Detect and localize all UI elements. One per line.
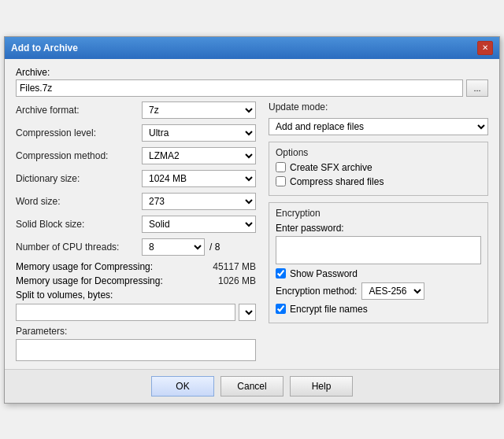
show-password-row: Show Password (276, 268, 481, 279)
main-window: Add to Archive ✕ Archive: ... Archive fo… (4, 36, 500, 404)
cpu-threads-row: Number of CPU threads: 8 / 8 (16, 238, 256, 256)
two-column-layout: Archive format: 7z Compression level: Ul… (16, 101, 488, 361)
solid-block-label: Solid Block size: (16, 219, 142, 230)
word-size-label: Word size: (16, 196, 142, 207)
browse-button[interactable]: ... (466, 79, 488, 97)
memory-decompress-label: Memory usage for Decompressing: (16, 275, 163, 286)
compression-method-label: Compression method: (16, 150, 142, 161)
memory-compress-row: Memory usage for Compressing: 45117 MB (16, 261, 256, 272)
ok-button[interactable]: OK (151, 376, 214, 397)
options-group: Options Create SFX archive Compress shar… (269, 142, 488, 196)
create-sfx-label: Create SFX archive (290, 162, 372, 173)
cpu-threads-label: Number of CPU threads: (16, 242, 142, 253)
left-column: Archive format: 7z Compression level: Ul… (16, 101, 256, 361)
compress-shared-row: Compress shared files (276, 176, 481, 187)
memory-decompress-value: 1026 MB (218, 275, 256, 286)
encryption-title: Encryption (276, 208, 481, 219)
title-bar-controls: ✕ (477, 41, 493, 55)
cpu-threads-suffix: / 8 (209, 242, 220, 253)
compression-level-select[interactable]: Ultra (142, 124, 256, 142)
compression-level-label: Compression level: (16, 127, 142, 138)
encrypt-names-row: Encrypt file names (276, 304, 481, 315)
update-mode-select[interactable]: Add and replace files (269, 118, 488, 135)
solid-block-row: Solid Block size: Solid (16, 216, 256, 233)
archive-label-row: Archive: (16, 67, 488, 78)
show-password-label: Show Password (290, 268, 358, 279)
right-column: Update mode: Add and replace files Optio… (269, 101, 488, 361)
split-select[interactable] (239, 304, 256, 321)
cpu-row: 8 / 8 (142, 238, 220, 256)
params-label: Parameters: (16, 326, 256, 337)
help-button[interactable]: Help (290, 376, 353, 397)
memory-decompress-row: Memory usage for Decompressing: 1026 MB (16, 275, 256, 286)
encrypt-names-label: Encrypt file names (290, 304, 368, 315)
encrypt-names-checkbox[interactable] (276, 304, 286, 314)
memory-compress-value: 45117 MB (213, 261, 256, 272)
archive-input[interactable] (16, 79, 463, 97)
format-select[interactable]: 7z (142, 101, 256, 119)
compress-shared-label: Compress shared files (290, 176, 384, 187)
create-sfx-checkbox[interactable] (276, 162, 286, 172)
enc-method-row: Encryption method: AES-256 (276, 282, 481, 300)
dictionary-size-select[interactable]: 1024 MB (142, 170, 256, 187)
compression-level-row: Compression level: Ultra (16, 124, 256, 142)
window-title: Add to Archive (11, 42, 78, 53)
params-input[interactable] (16, 339, 256, 361)
create-sfx-row: Create SFX archive (276, 162, 481, 173)
bottom-bar: OK Cancel Help (5, 369, 499, 403)
memory-compress-label: Memory usage for Compressing: (16, 261, 153, 272)
word-size-row: Word size: 273 (16, 193, 256, 210)
format-row: Archive format: 7z (16, 101, 256, 119)
cancel-button[interactable]: Cancel (220, 376, 284, 397)
archive-row: ... (16, 79, 488, 97)
compression-method-row: Compression method: LZMA2 (16, 147, 256, 164)
word-size-select[interactable]: 273 (142, 193, 256, 210)
dictionary-size-row: Dictionary size: 1024 MB (16, 170, 256, 187)
split-input[interactable] (16, 304, 235, 321)
password-label: Enter password: (276, 223, 481, 234)
enc-method-label: Encryption method: (276, 286, 357, 297)
cpu-threads-select[interactable]: 8 (142, 238, 205, 256)
compress-shared-checkbox[interactable] (276, 176, 286, 186)
title-bar: Add to Archive ✕ (5, 37, 499, 59)
format-label: Archive format: (16, 105, 142, 116)
update-mode-label: Update mode: (269, 101, 488, 113)
update-mode-section: Update mode: Add and replace files (269, 101, 488, 135)
close-button[interactable]: ✕ (477, 41, 493, 55)
enc-method-select[interactable]: AES-256 (361, 282, 424, 300)
encryption-group: Encryption Enter password: Show Password… (269, 202, 488, 323)
show-password-checkbox[interactable] (276, 268, 286, 279)
split-label: Split to volumes, bytes: (16, 290, 113, 301)
compression-method-select[interactable]: LZMA2 (142, 147, 256, 164)
archive-label: Archive: (16, 67, 50, 78)
split-row (16, 304, 256, 321)
content-area: Archive: ... Archive format: 7z Compress… (5, 59, 499, 369)
dictionary-size-label: Dictionary size: (16, 173, 142, 184)
split-label-row: Split to volumes, bytes: (16, 290, 256, 301)
solid-block-select[interactable]: Solid (142, 216, 256, 233)
options-title: Options (276, 147, 481, 158)
password-input-box[interactable] (276, 236, 481, 264)
